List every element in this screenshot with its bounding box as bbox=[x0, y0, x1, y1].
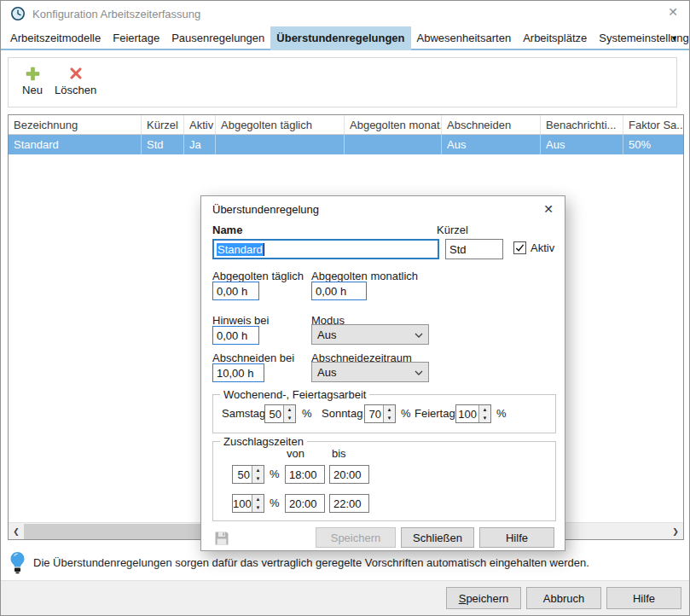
cell-bezeichnung: Standard bbox=[9, 135, 142, 154]
surcharge-group-title: Zuschlagszeiten bbox=[220, 435, 307, 448]
clock-icon bbox=[10, 6, 26, 21]
help-button[interactable]: Hilfe bbox=[606, 587, 681, 609]
spin-up-icon bbox=[284, 405, 295, 414]
tab-arbeitszeitmodelle[interactable]: Arbeitszeitmodelle bbox=[4, 26, 107, 50]
delete-button[interactable]: Löschen bbox=[55, 65, 96, 107]
dialog-close-button[interactable]: Schließen bbox=[401, 527, 474, 548]
cell-abgegolten-monatlich bbox=[345, 135, 442, 154]
aktiv-checkbox[interactable]: Aktiv bbox=[513, 241, 554, 254]
cell-faktor-samstag: 50% bbox=[623, 135, 683, 154]
tab-overflow-icon[interactable]: ▼ bbox=[670, 34, 678, 43]
abschneidezeitraum-select[interactable]: Aus bbox=[311, 362, 429, 382]
col-bezeichnung[interactable]: Bezeichnung bbox=[9, 115, 142, 134]
samstag-value: 50 bbox=[265, 405, 283, 422]
tab-bar: Arbeitszeitmodelle Feiertage Pausenregel… bbox=[1, 26, 689, 50]
spinner-arrows[interactable] bbox=[283, 405, 295, 422]
modus-select[interactable]: Aus bbox=[311, 324, 429, 345]
kuerzel-label: Kürzel bbox=[437, 224, 468, 236]
surcharge-row1-percent: 50 bbox=[233, 466, 252, 483]
col-kuerzel[interactable]: Kürzel bbox=[142, 115, 184, 134]
surcharge-row2-bis-input[interactable] bbox=[329, 494, 369, 513]
surcharge-row1-bis-input[interactable] bbox=[329, 465, 369, 484]
spinner-arrows[interactable] bbox=[252, 495, 264, 512]
window-close-icon[interactable]: ✕ bbox=[668, 6, 678, 18]
feiertag-spinner[interactable]: 100 bbox=[455, 404, 491, 423]
sonntag-value: 70 bbox=[365, 405, 383, 422]
tab-arbeitsplaetze[interactable]: Arbeitsplätze bbox=[517, 26, 593, 50]
abschneiden-bei-label: Abschneiden bei bbox=[212, 352, 294, 364]
col-abschneiden[interactable]: Abschneiden bbox=[442, 115, 541, 134]
modus-selected-value: Aus bbox=[317, 328, 336, 341]
surcharge-row1-von-input[interactable] bbox=[285, 465, 325, 484]
name-selected-text: Standard bbox=[217, 243, 264, 256]
titlebar: Konfiguration Arbeitszeiterfassung ✕ bbox=[1, 1, 689, 26]
spin-down-icon bbox=[384, 414, 395, 422]
delete-x-icon bbox=[67, 65, 84, 82]
floppy-disk-icon bbox=[214, 531, 229, 546]
info-text: Die Überstundenregelungen sorgen dafür d… bbox=[33, 556, 589, 569]
surcharge-row2-von-input[interactable] bbox=[285, 494, 325, 513]
surcharge-row1-unit: % bbox=[270, 468, 280, 480]
table-row[interactable]: Standard Std Ja Aus Aus 50% bbox=[9, 135, 683, 154]
window-title: Konfiguration Arbeitszeiterfassung bbox=[32, 8, 200, 20]
samstag-spinner[interactable]: 50 bbox=[264, 404, 296, 423]
sonntag-unit: % bbox=[401, 407, 411, 420]
tab-pausenregelungen[interactable]: Pausenregelungen bbox=[165, 26, 270, 50]
abschneiden-bei-input[interactable] bbox=[212, 363, 264, 382]
kuerzel-input[interactable] bbox=[445, 239, 503, 259]
von-header: von bbox=[287, 447, 304, 460]
spin-up-icon bbox=[384, 405, 395, 414]
save-button[interactable]: Speichern bbox=[446, 587, 521, 609]
new-button[interactable]: Neu bbox=[17, 65, 48, 107]
spinner-arrows[interactable] bbox=[383, 405, 395, 422]
surcharge-row2-percent-spinner[interactable]: 100 bbox=[232, 494, 264, 513]
chevron-down-icon bbox=[415, 370, 423, 375]
surcharge-row1-percent-spinner[interactable]: 50 bbox=[232, 465, 264, 484]
sonntag-spinner[interactable]: 70 bbox=[364, 404, 396, 423]
delete-button-label: Löschen bbox=[55, 84, 96, 96]
spinner-arrows[interactable] bbox=[478, 405, 490, 422]
name-input[interactable]: Standard bbox=[212, 239, 439, 259]
dialog-save-button[interactable]: Speichern bbox=[316, 527, 396, 548]
abgegolten-monatlich-label: Abgegolten monatlich bbox=[311, 270, 418, 282]
surcharge-times-group: Zuschlagszeiten von bis 50 % 100 % bbox=[212, 441, 556, 521]
col-aktiv[interactable]: Aktiv bbox=[184, 115, 216, 134]
tab-feiertage[interactable]: Feiertage bbox=[107, 26, 165, 50]
plus-icon bbox=[24, 65, 41, 82]
lightbulb-icon bbox=[9, 551, 26, 574]
col-abgegolten-taeglich[interactable]: Abgegolten täglich bbox=[216, 115, 345, 134]
hinweis-bei-input[interactable] bbox=[212, 326, 259, 345]
dialog-help-button[interactable]: Hilfe bbox=[479, 527, 554, 548]
spin-up-icon bbox=[479, 405, 490, 414]
cell-benachrichtigung: Aus bbox=[541, 135, 623, 154]
scroll-left-icon[interactable]: ❮ bbox=[9, 523, 24, 539]
spin-up-icon bbox=[252, 495, 264, 503]
col-abgegolten-monatlich[interactable]: Abgegolten monat... bbox=[345, 115, 442, 134]
spin-up-icon bbox=[252, 466, 264, 474]
feiertag-unit: % bbox=[496, 407, 507, 420]
hinweis-bei-label: Hinweis bei bbox=[212, 314, 269, 327]
dialog-title: Überstundenregelung bbox=[212, 203, 319, 216]
col-benachrichtigung[interactable]: Benachrichti... bbox=[541, 115, 623, 134]
cancel-button[interactable]: Abbruch bbox=[526, 587, 601, 609]
spin-down-icon bbox=[252, 474, 264, 483]
abgegolten-monatlich-input[interactable] bbox=[311, 282, 367, 300]
weekend-group-title: Wochenend-, Feiertagsarbeit bbox=[220, 388, 369, 401]
abgegolten-taeglich-input[interactable] bbox=[212, 282, 259, 300]
spinner-arrows[interactable] bbox=[252, 466, 264, 483]
cell-abgegolten-taeglich bbox=[216, 135, 345, 154]
name-label: Name bbox=[212, 224, 242, 236]
spin-down-icon bbox=[252, 503, 264, 512]
tab-ueberstundenregelungen[interactable]: Überstundenregelungen bbox=[270, 26, 410, 50]
app-window: Konfiguration Arbeitszeiterfassung ✕ Arb… bbox=[0, 0, 690, 616]
aktiv-label: Aktiv bbox=[531, 241, 554, 254]
dialog-close-icon[interactable]: ✕ bbox=[543, 202, 554, 216]
col-faktor-samstag[interactable]: Faktor Sa... bbox=[623, 115, 683, 134]
scroll-right-icon[interactable]: ❯ bbox=[668, 523, 683, 539]
tab-abwesenheitsarten[interactable]: Abwesenheitsarten bbox=[411, 26, 518, 50]
save-disk-button[interactable] bbox=[212, 529, 231, 548]
cell-kuerzel: Std bbox=[142, 135, 184, 154]
surcharge-row2-unit: % bbox=[270, 497, 280, 509]
weekend-holiday-group: Wochenend-, Feiertagsarbeit Samstag 50 %… bbox=[212, 394, 556, 433]
spin-down-icon bbox=[479, 414, 490, 422]
